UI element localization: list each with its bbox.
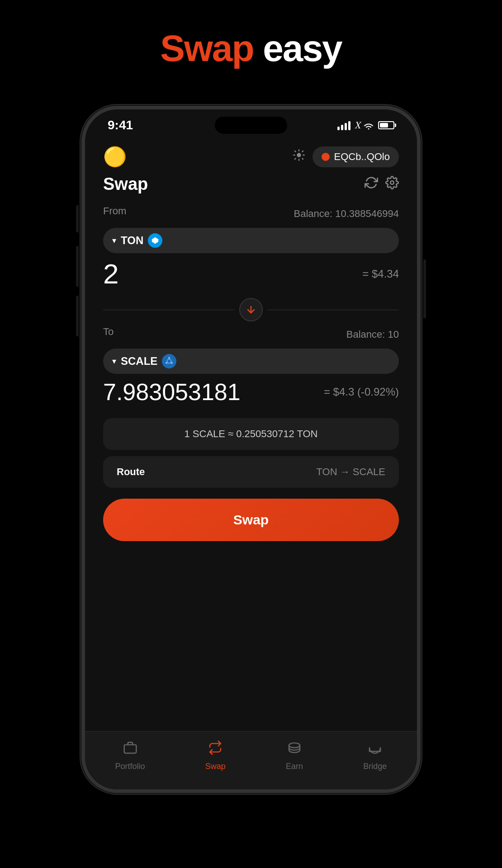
- svg-point-4: [167, 359, 171, 363]
- phone-shell: 9:41 𝛸: [81, 106, 421, 793]
- headline-easy: easy: [253, 28, 341, 69]
- portfolio-icon: [123, 741, 137, 758]
- portfolio-label: Portfolio: [115, 762, 145, 771]
- bottom-nav: Portfolio Swap: [85, 731, 417, 789]
- bridge-icon: [368, 741, 382, 758]
- theme-toggle-icon[interactable]: [293, 149, 305, 165]
- headline-swap: Swap: [160, 28, 253, 69]
- divider-row: [103, 298, 399, 321]
- swap-actions: [365, 176, 399, 193]
- rate-info-box: 1 SCALE ≈ 0.250530712 TON: [103, 418, 399, 450]
- svg-point-5: [168, 357, 170, 359]
- from-section-header: From Balance: 10.388546994: [103, 205, 399, 222]
- dynamic-island: [215, 117, 287, 134]
- divider-line-right: [267, 310, 399, 310]
- from-label: From: [103, 205, 126, 217]
- nav-swap[interactable]: Swap: [205, 741, 226, 771]
- to-chevron-icon: ▾: [112, 356, 116, 366]
- svg-point-9: [289, 743, 300, 748]
- signal-bar-4: [348, 121, 350, 130]
- from-amount-row: 2 = $4.34: [103, 258, 399, 290]
- to-token-name: SCALE: [121, 355, 157, 368]
- nav-earn[interactable]: Earn: [286, 741, 303, 771]
- refresh-icon[interactable]: [365, 176, 378, 193]
- swap-nav-icon: [208, 741, 223, 758]
- signal-bar-3: [345, 123, 347, 130]
- rate-info-text: 1 SCALE ≈ 0.250530712 TON: [184, 428, 317, 439]
- swap-button[interactable]: Swap: [103, 499, 399, 541]
- volume-up-button: [76, 205, 79, 232]
- signal-bars-icon: [337, 120, 350, 130]
- battery-fill: [380, 123, 388, 127]
- to-token-selector[interactable]: ▾ SCALE: [103, 349, 399, 374]
- swap-header: Swap: [103, 175, 399, 194]
- nav-bridge[interactable]: Bridge: [363, 741, 387, 771]
- earn-icon: [287, 741, 302, 758]
- swap-page-title: Swap: [103, 175, 148, 194]
- svg-point-7: [166, 362, 167, 363]
- svg-rect-8: [124, 745, 136, 753]
- to-section-header: To Balance: 10: [103, 326, 399, 343]
- wallet-dot: [322, 153, 330, 161]
- from-balance: Balance: 10.388546994: [294, 208, 399, 220]
- bridge-label: Bridge: [363, 762, 387, 771]
- wifi-icon: 𝛸: [355, 119, 374, 131]
- to-label: To: [103, 326, 114, 338]
- nav-portfolio[interactable]: Portfolio: [115, 741, 145, 771]
- headline: Swap easy: [160, 27, 341, 70]
- to-amount[interactable]: 7.983053181: [103, 378, 241, 406]
- wallet-badge[interactable]: EQCb..QOlo: [313, 146, 399, 167]
- route-label: Route: [117, 466, 145, 478]
- from-token-selector[interactable]: ▾ TON: [103, 228, 399, 253]
- signal-bar-2: [341, 125, 343, 130]
- to-balance: Balance: 10: [346, 329, 399, 340]
- phone-mockup: 9:41 𝛸: [81, 106, 421, 793]
- signal-bar-1: [337, 127, 340, 130]
- from-token-name: TON: [121, 234, 143, 247]
- divider-line-left: [103, 310, 235, 310]
- wallet-address: EQCb..QOlo: [334, 151, 390, 163]
- earn-label: Earn: [286, 762, 303, 771]
- silent-switch: [76, 296, 79, 336]
- status-time: 9:41: [108, 118, 133, 132]
- svg-point-6: [171, 362, 173, 363]
- battery-icon: [378, 121, 394, 129]
- top-bar-right: EQCb..QOlo: [293, 146, 399, 167]
- route-value: TON → SCALE: [317, 466, 385, 478]
- top-bar: 🟡 EQCb..QOlo: [103, 137, 399, 175]
- app-logo: 🟡: [103, 146, 127, 168]
- power-button: [423, 259, 426, 318]
- swap-direction-button[interactable]: [239, 298, 263, 321]
- scale-icon: [162, 354, 176, 368]
- to-usd: = $4.3 (-0.92%): [324, 386, 399, 398]
- swap-nav-label: Swap: [205, 762, 226, 771]
- settings-icon[interactable]: [385, 176, 399, 193]
- app-content: 🟡 EQCb..QOlo: [85, 137, 417, 731]
- from-amount[interactable]: 2: [103, 258, 118, 290]
- route-box: Route TON → SCALE: [103, 456, 399, 488]
- ton-icon: [148, 233, 162, 248]
- volume-down-button: [76, 246, 79, 287]
- from-usd: = $4.34: [362, 268, 399, 280]
- to-amount-row: 7.983053181 = $4.3 (-0.92%): [103, 378, 399, 406]
- screen: 9:41 𝛸: [85, 109, 417, 789]
- status-icons: 𝛸: [337, 119, 394, 131]
- from-chevron-icon: ▾: [112, 236, 116, 245]
- svg-point-1: [390, 181, 394, 184]
- svg-point-0: [297, 153, 301, 157]
